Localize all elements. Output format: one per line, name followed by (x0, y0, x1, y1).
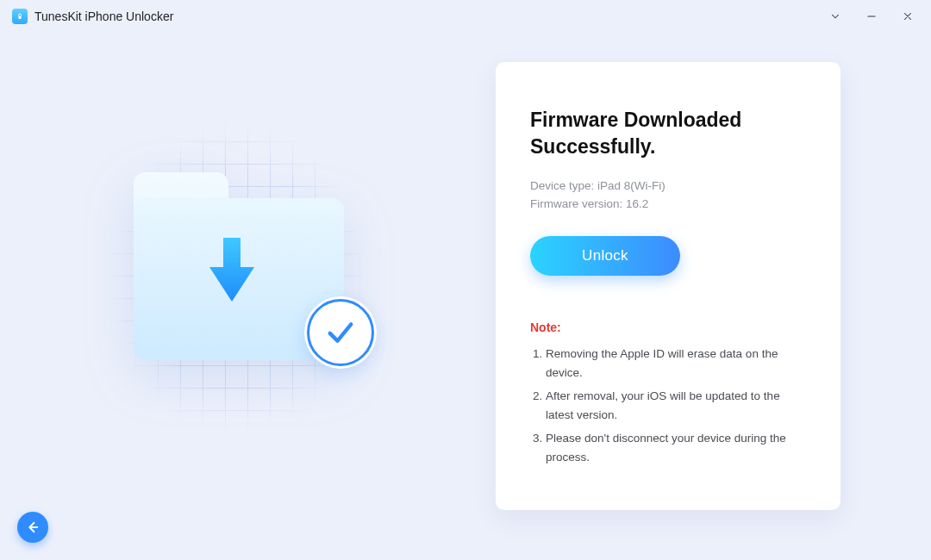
dropdown-button[interactable] (829, 10, 841, 22)
device-type-row: Device type: iPad 8(Wi-Fi) (530, 179, 806, 192)
firmware-version-value: 16.2 (626, 197, 648, 210)
status-heading-line1: Firmware Downloaded (530, 109, 741, 131)
device-type-value: iPad 8(Wi-Fi) (597, 179, 665, 192)
firmware-version-row: Firmware version: 16.2 (530, 197, 806, 210)
status-heading-line2: Successfully. (530, 135, 655, 158)
minimize-button[interactable] (865, 10, 878, 22)
window-controls (829, 10, 919, 22)
close-button[interactable] (902, 10, 914, 22)
illustration (99, 96, 427, 493)
main-content: Firmware Downloaded Successfully. Device… (0, 62, 931, 560)
titlebar-left: TunesKit iPhone Unlocker (12, 9, 173, 24)
note-item: Removing the Apple ID will erase data on… (546, 345, 806, 382)
arrow-left-icon (25, 520, 41, 535)
back-button[interactable] (17, 512, 48, 543)
app-title: TunesKit iPhone Unlocker (34, 9, 173, 23)
svg-rect-0 (19, 16, 22, 20)
device-type-label: Device type: (530, 179, 594, 192)
status-card: Firmware Downloaded Successfully. Device… (496, 62, 840, 510)
note-item: After removal, your iOS will be updated … (546, 387, 806, 424)
note-list: Removing the Apple ID will erase data on… (530, 345, 806, 467)
app-logo-icon (12, 9, 28, 24)
note-item: Please don't disconnect your device duri… (546, 429, 806, 466)
download-arrow-icon (204, 234, 259, 305)
firmware-version-label: Firmware version: (530, 197, 622, 210)
note-title: Note: (530, 320, 806, 334)
status-heading: Firmware Downloaded Successfully. (530, 107, 806, 160)
titlebar: TunesKit iPhone Unlocker (0, 0, 931, 33)
unlock-button[interactable]: Unlock (530, 236, 680, 276)
success-check-icon (304, 296, 377, 369)
